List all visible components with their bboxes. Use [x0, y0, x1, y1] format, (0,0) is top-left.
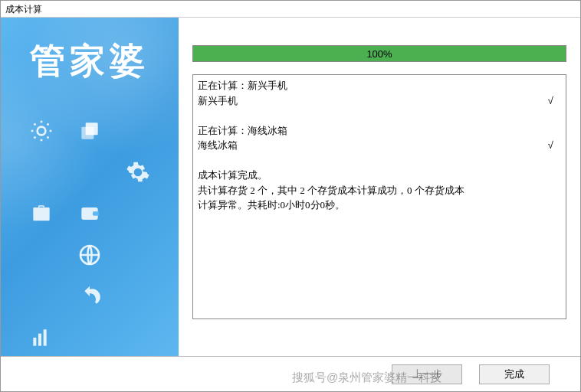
log-output: 正在计算：新兴手机新兴手机√ 正在计算：海线冰箱海线冰箱√ 成本计算完成。共计算…	[192, 74, 566, 319]
prev-button: 上一步	[392, 364, 462, 384]
svg-rect-6	[33, 338, 36, 346]
log-line	[198, 108, 561, 123]
app-logo: 管家婆	[1, 18, 179, 93]
log-line: 正在计算：海线冰箱	[198, 123, 561, 139]
log-line	[198, 153, 561, 168]
svg-rect-7	[38, 334, 41, 346]
log-line: 海线冰箱√	[198, 138, 561, 153]
undo-icon	[76, 283, 103, 310]
finish-button[interactable]: 完成	[479, 364, 550, 384]
main-panel: 100% 正在计算：新兴手机新兴手机√ 正在计算：海线冰箱海线冰箱√ 成本计算完…	[179, 18, 580, 356]
window-title: 成本计算	[1, 1, 580, 18]
progress-bar: 100%	[192, 45, 566, 62]
stack-icon	[76, 117, 103, 145]
svg-rect-4	[93, 211, 99, 215]
svg-rect-2	[86, 122, 98, 135]
log-line: 正在计算：新兴手机	[198, 78, 561, 93]
log-line: 成本计算完成。	[198, 168, 561, 183]
globe-icon	[76, 241, 103, 269]
progress-label: 100%	[366, 48, 392, 60]
wallet-icon	[76, 200, 103, 227]
chart-icon	[28, 324, 55, 351]
gear-icon	[124, 158, 152, 186]
log-line: 新兴手机√	[198, 93, 561, 109]
button-bar: 上一步 完成	[1, 356, 580, 391]
log-line: 计算异常。共耗时:0小时0分0秒。	[198, 198, 561, 213]
sun-icon	[28, 117, 55, 145]
svg-rect-8	[43, 329, 46, 345]
briefcase-icon	[28, 200, 55, 227]
log-line: 共计算存货 2 个，其中 2 个存货成本计算成功，0 个存货成本	[198, 183, 561, 198]
svg-point-0	[37, 127, 45, 136]
sidebar: 管家婆	[1, 18, 179, 356]
